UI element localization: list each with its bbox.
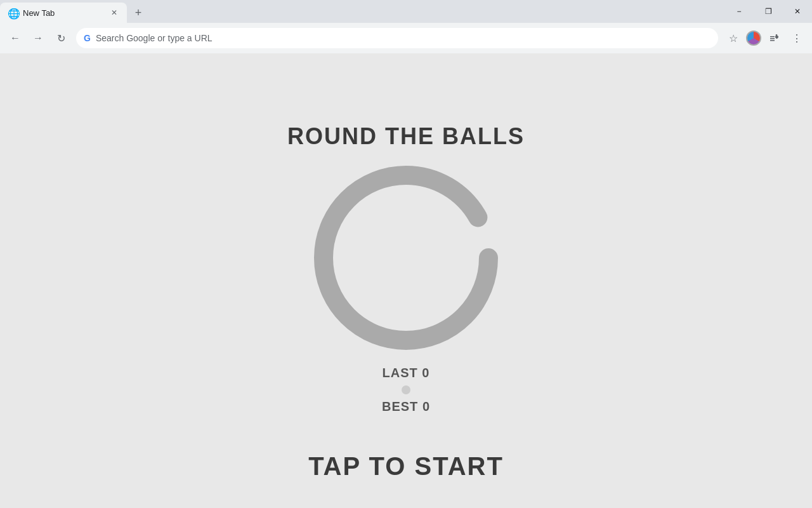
omnibox-text: Search Google or type a URL — [96, 33, 213, 43]
tab-bar: 🌐 New Tab ✕ + − ❐ ✕ — [0, 0, 812, 23]
circle-container — [304, 156, 508, 359]
back-button[interactable]: ← — [5, 28, 25, 48]
page-content: ROUND THE BALLS LAST 0 BEST 0 TAP TO STA… — [0, 53, 812, 508]
small-ball — [402, 385, 410, 394]
google-logo: G — [84, 33, 91, 43]
tab-favicon: 🌐 — [8, 8, 18, 18]
toolbar-right: ☆ ⋮ — [723, 28, 807, 48]
circle-ring — [304, 156, 508, 359]
maximize-button[interactable]: ❐ — [754, 0, 783, 23]
tab-title: New Tab — [23, 8, 104, 18]
new-tab-button[interactable]: + — [129, 4, 147, 22]
forward-button[interactable]: → — [28, 28, 48, 48]
window-controls: − ❐ ✕ — [724, 0, 812, 23]
tap-to-start[interactable]: TAP TO START — [308, 452, 504, 481]
profile-avatar[interactable] — [746, 30, 761, 46]
close-button[interactable]: ✕ — [783, 0, 812, 23]
minimize-button[interactable]: − — [724, 0, 754, 23]
browser-window: 🌐 New Tab ✕ + − ❐ ✕ ← → ↻ G Search Googl… — [0, 0, 812, 508]
toolbar: ← → ↻ G Search Google or type a URL ☆ ⋮ — [0, 23, 812, 53]
reload-button[interactable]: ↻ — [51, 28, 71, 48]
best-score: BEST 0 — [382, 399, 430, 414]
extensions-button[interactable] — [764, 28, 784, 48]
menu-button[interactable]: ⋮ — [787, 28, 807, 48]
game-area[interactable]: ROUND THE BALLS LAST 0 BEST 0 TAP TO STA… — [277, 53, 535, 508]
omnibox[interactable]: G Search Google or type a URL — [76, 28, 718, 48]
last-score: LAST 0 — [383, 366, 430, 380]
tab-close-button[interactable]: ✕ — [109, 8, 119, 18]
bookmark-button[interactable]: ☆ — [723, 28, 743, 48]
svg-point-0 — [324, 175, 488, 340]
active-tab[interactable]: 🌐 New Tab ✕ — [0, 3, 127, 23]
game-title: ROUND THE BALLS — [287, 123, 525, 150]
